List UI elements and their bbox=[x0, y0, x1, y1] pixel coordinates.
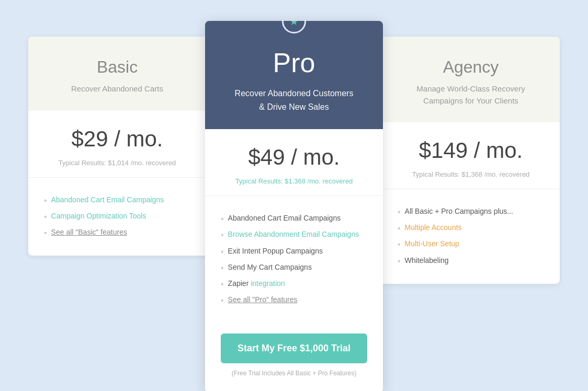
pro-price-section: $49 / mo. Typical Results: $1,368 /mo. r… bbox=[205, 129, 383, 196]
pro-feature-see-all[interactable]: See all "Pro" features bbox=[228, 295, 298, 304]
pro-feature-zapier: Zapier integration bbox=[228, 279, 285, 288]
star-icon: ★ bbox=[289, 21, 299, 28]
pro-cta-subtitle: (Free Trial Includes All Basic + Pro Fea… bbox=[221, 370, 367, 377]
basic-price-section: $29 / mo. Typical Results: $1,014 /mo. r… bbox=[28, 111, 206, 178]
agency-plan-card: Agency Manage World-Class Recovery Campa… bbox=[382, 37, 560, 284]
basic-plan-header: Basic Recover Abandoned Carts bbox=[28, 37, 206, 111]
pro-features-list: Abandoned Cart Email Campaigns Browse Ab… bbox=[221, 211, 367, 308]
basic-features-list: Abandoned Cart Email Campaigns Campaign … bbox=[44, 192, 190, 242]
pro-plan-card: ★ Pro Recover Abandoned Customers & Driv… bbox=[205, 21, 383, 391]
list-item: Abandoned Cart Email Campaigns bbox=[44, 192, 190, 209]
basic-typical-results: Typical Results: $1,014 /mo. recovered bbox=[44, 159, 190, 167]
pro-star-badge: ★ bbox=[282, 21, 306, 33]
list-item: Multiple Accounts bbox=[398, 220, 544, 236]
list-item: Abandoned Cart Email Campaigns bbox=[221, 211, 367, 227]
pro-cta-section: Start My Free $1,000 Trial (Free Trial I… bbox=[205, 323, 383, 391]
basic-plan-card: Basic Recover Abandoned Carts $29 / mo. … bbox=[28, 37, 206, 256]
agency-plan-header: Agency Manage World-Class Recovery Campa… bbox=[382, 37, 560, 122]
pro-cta-button[interactable]: Start My Free $1,000 Trial bbox=[221, 334, 367, 363]
agency-feature-multiple-accounts[interactable]: Multiple Accounts bbox=[405, 223, 462, 232]
list-item: Browse Abandonment Email Campaigns bbox=[221, 227, 367, 243]
pro-feature-zapier-link[interactable]: integration bbox=[251, 279, 285, 288]
pro-feature-send-my-cart: Send My Cart Campaigns bbox=[228, 263, 312, 271]
list-item: See all "Basic" features bbox=[44, 225, 190, 241]
agency-feature-multi-user[interactable]: Multi-User Setup bbox=[405, 239, 459, 248]
agency-plan-tagline: Manage World-Class Recovery Campaigns fo… bbox=[398, 83, 544, 107]
list-item: Exit Intent Popup Campaigns bbox=[221, 244, 367, 260]
agency-feature-whitelabeling: Whitelabeling bbox=[405, 256, 449, 264]
agency-plan-name: Agency bbox=[398, 58, 544, 77]
agency-features-section: All Basic + Pro Campaigns plus... Multip… bbox=[382, 189, 560, 284]
agency-price: $149 / mo. bbox=[398, 138, 544, 163]
pro-feature-browse-abandonment[interactable]: Browse Abandonment Email Campaigns bbox=[228, 230, 359, 238]
basic-feature-abandoned-cart[interactable]: Abandoned Cart Email Campaigns bbox=[51, 196, 164, 204]
agency-features-list: All Basic + Pro Campaigns plus... Multip… bbox=[398, 204, 544, 269]
basic-plan-name: Basic bbox=[44, 58, 190, 77]
list-item: Whitelabeling bbox=[398, 253, 544, 269]
pro-plan-name: Pro bbox=[221, 47, 367, 78]
pro-price: $49 / mo. bbox=[221, 145, 367, 170]
pricing-container: Basic Recover Abandoned Carts $29 / mo. … bbox=[10, 21, 578, 391]
pro-features-section: Abandoned Cart Email Campaigns Browse Ab… bbox=[205, 196, 383, 323]
agency-price-section: $149 / mo. Typical Results: $1,368 /mo. … bbox=[382, 122, 560, 189]
pro-feature-exit-intent: Exit Intent Popup Campaigns bbox=[228, 247, 323, 255]
basic-feature-see-all[interactable]: See all "Basic" features bbox=[51, 228, 127, 236]
list-item: All Basic + Pro Campaigns plus... bbox=[398, 204, 544, 220]
list-item: Campaign Optimization Tools bbox=[44, 209, 190, 225]
pro-feature-abandoned-cart: Abandoned Cart Email Campaigns bbox=[228, 214, 341, 222]
basic-feature-campaign-optimization[interactable]: Campaign Optimization Tools bbox=[51, 212, 146, 220]
basic-features-section: Abandoned Cart Email Campaigns Campaign … bbox=[28, 178, 206, 256]
pro-plan-header: ★ Pro Recover Abandoned Customers & Driv… bbox=[205, 21, 383, 129]
pro-typical-results: Typical Results: $1,368 /mo. recovered bbox=[221, 177, 367, 185]
list-item: Zapier integration bbox=[221, 276, 367, 292]
agency-typical-results: Typical Results: $1,368 /mo. recovered bbox=[398, 170, 544, 178]
list-item: Send My Cart Campaigns bbox=[221, 260, 367, 276]
basic-plan-tagline: Recover Abandoned Carts bbox=[44, 83, 190, 95]
list-item: Multi-User Setup bbox=[398, 236, 544, 252]
pro-plan-tagline: Recover Abandoned Customers & Drive New … bbox=[221, 87, 367, 113]
agency-feature-all-campaigns: All Basic + Pro Campaigns plus... bbox=[405, 207, 513, 215]
basic-price: $29 / mo. bbox=[44, 126, 190, 152]
list-item: See all "Pro" features bbox=[221, 292, 367, 308]
